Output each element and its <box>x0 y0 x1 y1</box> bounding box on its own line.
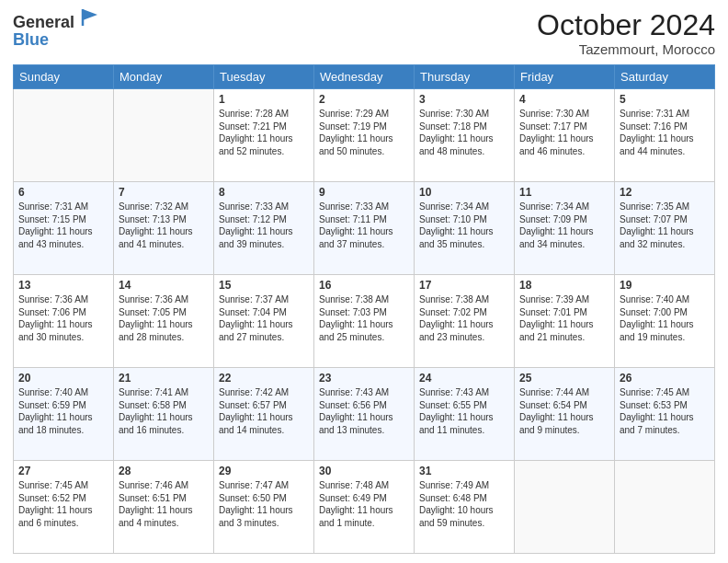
calendar-cell-3-4: 24Sunrise: 7:43 AMSunset: 6:55 PMDayligh… <box>415 368 515 461</box>
col-thursday: Thursday <box>415 65 515 89</box>
logo-text: General <box>13 9 101 32</box>
sunrise-text: Sunrise: 7:40 AM <box>620 293 710 306</box>
calendar-cell-1-0: 6Sunrise: 7:31 AMSunset: 7:15 PMDaylight… <box>14 182 114 275</box>
day-number: 4 <box>519 93 609 106</box>
daylight-text: Daylight: 11 hours and 21 minutes. <box>519 318 609 343</box>
daylight-text: Daylight: 11 hours and 6 minutes. <box>18 504 108 529</box>
cell-info: Sunrise: 7:38 AMSunset: 7:03 PMDaylight:… <box>319 293 409 343</box>
cell-info: Sunrise: 7:37 AMSunset: 7:04 PMDaylight:… <box>219 293 309 343</box>
day-number: 16 <box>319 279 409 292</box>
logo-blue: Blue <box>13 30 101 50</box>
sunrise-text: Sunrise: 7:29 AM <box>319 108 409 121</box>
sunrise-text: Sunrise: 7:36 AM <box>119 293 209 306</box>
cell-info: Sunrise: 7:44 AMSunset: 6:54 PMDaylight:… <box>519 386 609 436</box>
cell-info: Sunrise: 7:48 AMSunset: 6:49 PMDaylight:… <box>319 479 409 529</box>
daylight-text: Daylight: 11 hours and 39 minutes. <box>219 225 309 250</box>
daylight-text: Daylight: 11 hours and 4 minutes. <box>119 504 209 529</box>
cell-info: Sunrise: 7:28 AMSunset: 7:21 PMDaylight:… <box>219 108 309 157</box>
calendar-cell-0-3: 2Sunrise: 7:29 AMSunset: 7:19 PMDaylight… <box>314 89 415 182</box>
day-number: 10 <box>419 186 509 199</box>
cell-info: Sunrise: 7:46 AMSunset: 6:51 PMDaylight:… <box>119 479 209 529</box>
daylight-text: Daylight: 11 hours and 23 minutes. <box>419 318 509 343</box>
sunrise-text: Sunrise: 7:38 AM <box>419 293 509 306</box>
sunset-text: Sunset: 7:03 PM <box>319 306 409 319</box>
sunset-text: Sunset: 7:13 PM <box>119 213 209 226</box>
calendar-cell-3-0: 20Sunrise: 7:40 AMSunset: 6:59 PMDayligh… <box>14 368 114 461</box>
header: General Blue October 2024 Tazemmourt, Mo… <box>13 9 715 57</box>
calendar-cell-2-6: 19Sunrise: 7:40 AMSunset: 7:00 PMDayligh… <box>615 275 715 368</box>
daylight-text: Daylight: 11 hours and 16 minutes. <box>119 411 209 436</box>
calendar-cell-2-1: 14Sunrise: 7:36 AMSunset: 7:05 PMDayligh… <box>114 275 214 368</box>
calendar-cell-3-5: 25Sunrise: 7:44 AMSunset: 6:54 PMDayligh… <box>515 368 615 461</box>
daylight-text: Daylight: 10 hours and 59 minutes. <box>419 504 509 529</box>
day-number: 18 <box>519 279 609 292</box>
sunrise-text: Sunrise: 7:47 AM <box>219 479 309 492</box>
daylight-text: Daylight: 11 hours and 27 minutes. <box>219 318 309 343</box>
sunrise-text: Sunrise: 7:43 AM <box>419 386 509 399</box>
cell-info: Sunrise: 7:30 AMSunset: 7:18 PMDaylight:… <box>419 108 509 157</box>
sunrise-text: Sunrise: 7:45 AM <box>18 479 108 492</box>
calendar-cell-0-4: 3Sunrise: 7:30 AMSunset: 7:18 PMDaylight… <box>415 89 515 182</box>
cell-info: Sunrise: 7:33 AMSunset: 7:12 PMDaylight:… <box>219 201 309 250</box>
cell-info: Sunrise: 7:40 AMSunset: 7:00 PMDaylight:… <box>620 293 710 343</box>
cell-info: Sunrise: 7:41 AMSunset: 6:58 PMDaylight:… <box>119 386 209 436</box>
sunset-text: Sunset: 6:57 PM <box>219 399 309 412</box>
sunrise-text: Sunrise: 7:49 AM <box>419 479 509 492</box>
cell-info: Sunrise: 7:32 AMSunset: 7:13 PMDaylight:… <box>119 201 209 250</box>
cell-info: Sunrise: 7:43 AMSunset: 6:56 PMDaylight:… <box>319 386 409 436</box>
day-number: 26 <box>620 372 710 385</box>
sunset-text: Sunset: 6:55 PM <box>419 399 509 412</box>
cell-info: Sunrise: 7:49 AMSunset: 6:48 PMDaylight:… <box>419 479 509 529</box>
calendar-cell-4-0: 27Sunrise: 7:45 AMSunset: 6:52 PMDayligh… <box>14 461 114 554</box>
daylight-text: Daylight: 11 hours and 1 minute. <box>319 504 409 529</box>
day-number: 2 <box>319 93 409 106</box>
day-number: 13 <box>18 279 108 292</box>
daylight-text: Daylight: 11 hours and 44 minutes. <box>620 132 710 157</box>
day-number: 24 <box>419 372 509 385</box>
calendar-cell-0-2: 1Sunrise: 7:28 AMSunset: 7:21 PMDaylight… <box>214 89 314 182</box>
daylight-text: Daylight: 11 hours and 9 minutes. <box>519 411 609 436</box>
logo: General Blue <box>13 9 101 50</box>
sunrise-text: Sunrise: 7:46 AM <box>119 479 209 492</box>
sunset-text: Sunset: 6:52 PM <box>18 492 108 505</box>
calendar-cell-2-5: 18Sunrise: 7:39 AMSunset: 7:01 PMDayligh… <box>515 275 615 368</box>
calendar-cell-3-3: 23Sunrise: 7:43 AMSunset: 6:56 PMDayligh… <box>314 368 415 461</box>
sunset-text: Sunset: 6:48 PM <box>419 492 509 505</box>
cell-info: Sunrise: 7:39 AMSunset: 7:01 PMDaylight:… <box>519 293 609 343</box>
daylight-text: Daylight: 11 hours and 13 minutes. <box>319 411 409 436</box>
calendar-cell-3-2: 22Sunrise: 7:42 AMSunset: 6:57 PMDayligh… <box>214 368 314 461</box>
day-number: 9 <box>319 186 409 199</box>
col-sunday: Sunday <box>14 65 114 89</box>
calendar-cell-4-5 <box>515 461 615 554</box>
sunset-text: Sunset: 7:17 PM <box>519 121 609 133</box>
calendar-cell-4-4: 31Sunrise: 7:49 AMSunset: 6:48 PMDayligh… <box>415 461 515 554</box>
day-number: 31 <box>419 465 509 477</box>
day-number: 23 <box>319 372 409 385</box>
calendar-cell-1-4: 10Sunrise: 7:34 AMSunset: 7:10 PMDayligh… <box>415 182 515 275</box>
cell-info: Sunrise: 7:36 AMSunset: 7:05 PMDaylight:… <box>119 293 209 343</box>
cell-info: Sunrise: 7:45 AMSunset: 6:52 PMDaylight:… <box>18 479 108 529</box>
calendar-cell-3-1: 21Sunrise: 7:41 AMSunset: 6:58 PMDayligh… <box>114 368 214 461</box>
col-saturday: Saturday <box>615 65 715 89</box>
calendar-cell-1-2: 8Sunrise: 7:33 AMSunset: 7:12 PMDaylight… <box>214 182 314 275</box>
calendar-cell-4-1: 28Sunrise: 7:46 AMSunset: 6:51 PMDayligh… <box>114 461 214 554</box>
daylight-text: Daylight: 11 hours and 19 minutes. <box>620 318 710 343</box>
daylight-text: Daylight: 11 hours and 52 minutes. <box>219 132 309 157</box>
day-number: 21 <box>119 372 209 385</box>
sunrise-text: Sunrise: 7:37 AM <box>219 293 309 306</box>
day-number: 25 <box>519 372 609 385</box>
sunset-text: Sunset: 7:06 PM <box>18 306 108 319</box>
daylight-text: Daylight: 11 hours and 28 minutes. <box>119 318 209 343</box>
sunset-text: Sunset: 7:00 PM <box>620 306 710 319</box>
col-tuesday: Tuesday <box>214 65 314 89</box>
daylight-text: Daylight: 11 hours and 50 minutes. <box>319 132 409 157</box>
sunrise-text: Sunrise: 7:39 AM <box>519 293 609 306</box>
sunrise-text: Sunrise: 7:33 AM <box>219 201 309 213</box>
day-number: 3 <box>419 93 509 106</box>
daylight-text: Daylight: 11 hours and 30 minutes. <box>18 318 108 343</box>
calendar-cell-1-6: 12Sunrise: 7:35 AMSunset: 7:07 PMDayligh… <box>615 182 715 275</box>
calendar-cell-3-6: 26Sunrise: 7:45 AMSunset: 6:53 PMDayligh… <box>615 368 715 461</box>
calendar-header-row: Sunday Monday Tuesday Wednesday Thursday… <box>14 65 715 89</box>
week-row-1: 1Sunrise: 7:28 AMSunset: 7:21 PMDaylight… <box>14 89 715 182</box>
sunrise-text: Sunrise: 7:38 AM <box>319 293 409 306</box>
